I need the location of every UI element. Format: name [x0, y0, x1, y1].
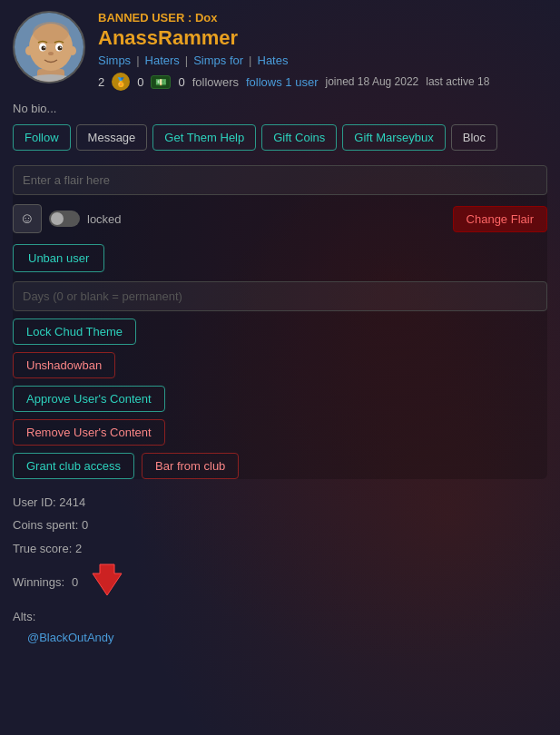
flair-controls: ☺ locked Change Flair [13, 204, 547, 233]
svg-point-8 [58, 46, 63, 51]
joined-info: joined 18 Aug 2022 [326, 75, 419, 88]
bar-club-button[interactable]: Bar from club [142, 453, 239, 479]
last-active-info: last active 18 [426, 75, 489, 88]
user-id-label: User ID: [13, 495, 56, 509]
coins-spent-value: 0 [82, 518, 88, 532]
svg-point-7 [42, 46, 46, 51]
alts-list: @BlackOutAndy [13, 627, 547, 648]
toggle-knob [51, 212, 64, 225]
profile-header: BANNED USER : Dox AnassRammer Simps | Ha… [13, 11, 547, 94]
user-id-value: 2414 [59, 495, 85, 509]
user-id-line: User ID: 2414 [13, 492, 547, 513]
stats-row: 2 🏅 0 💵 0 followers follows 1 user joine… [98, 73, 547, 91]
change-flair-button[interactable]: Change Flair [453, 206, 547, 232]
unshadowban-row: Unshadowban [13, 352, 547, 378]
get-them-help-button[interactable]: Get Them Help [152, 124, 256, 151]
gold-badge-icon: 🏅 [112, 73, 130, 91]
svg-point-13 [69, 46, 76, 55]
days-input-row [13, 281, 547, 318]
money-badge-icon: 💵 [151, 75, 171, 89]
gift-marseybux-button[interactable]: Gift Marseybux [342, 124, 445, 151]
simps-for-link[interactable]: Simps for [193, 54, 243, 67]
user-stats: User ID: 2414 Coins spent: 0 True score:… [13, 492, 547, 648]
message-button[interactable]: Message [76, 124, 148, 151]
coins-spent-label: Coins spent: [13, 518, 78, 532]
badge-count: 2 [98, 75, 104, 89]
svg-point-4 [33, 22, 69, 44]
nav-links: Simps | Haters | Simps for | Hates [98, 54, 547, 67]
arrow-down-icon [89, 561, 125, 603]
remove-content-button[interactable]: Remove User's Content [13, 419, 165, 446]
block-button[interactable]: Bloc [451, 124, 497, 151]
page-content: BANNED USER : Dox AnassRammer Simps | Ha… [0, 0, 560, 661]
profile-info: BANNED USER : Dox AnassRammer Simps | Ha… [98, 11, 547, 94]
username: AnassRammer [98, 26, 547, 50]
club-access-row: Grant club access Bar from club [13, 453, 547, 479]
winnings-value: 0 [72, 572, 78, 593]
action-buttons-row: Follow Message Get Them Help Gift Coins … [13, 124, 547, 151]
bio: No bio... [13, 102, 547, 115]
marseybux-count: 0 [137, 75, 143, 89]
followers-count: 0 [178, 75, 184, 89]
lock-chud-row: Lock Chud Theme [13, 318, 547, 345]
true-score-label: True score: [13, 542, 72, 555]
simps-link[interactable]: Simps [98, 54, 131, 67]
haters-link[interactable]: Haters [145, 54, 180, 67]
emoji-button[interactable]: ☺ [13, 204, 42, 233]
unban-button[interactable]: Unban user [13, 244, 104, 272]
locked-label: locked [87, 212, 122, 226]
true-score-value: 2 [75, 542, 82, 555]
gift-coins-button[interactable]: Gift Coins [261, 124, 337, 151]
svg-point-9 [44, 46, 45, 48]
true-score-line: True score: 2 [13, 538, 547, 559]
svg-point-10 [60, 46, 62, 48]
avatar [13, 11, 85, 83]
locked-toggle[interactable] [49, 211, 80, 227]
remove-content-row: Remove User's Content [13, 419, 547, 446]
svg-point-11 [48, 52, 54, 55]
flair-input-row [13, 165, 547, 195]
flair-input[interactable] [13, 165, 547, 195]
alts-line: Alts: @BlackOutAndy [13, 606, 547, 649]
alts-label: Alts: [13, 610, 35, 623]
svg-point-12 [25, 46, 33, 55]
grant-club-button[interactable]: Grant club access [13, 453, 134, 479]
admin-section: ☺ locked Change Flair Unban user Lock Ch… [13, 165, 547, 479]
followers-label: followers [192, 75, 239, 89]
coins-spent-line: Coins spent: 0 [13, 514, 547, 535]
winnings-label: Winnings: [13, 572, 64, 593]
approve-content-button[interactable]: Approve User's Content [13, 386, 165, 412]
content-actions-row: Approve User's Content [13, 386, 547, 412]
svg-marker-14 [93, 564, 122, 595]
days-input[interactable] [13, 281, 547, 311]
unban-row: Unban user [13, 244, 547, 281]
follows-count: follows 1 user [246, 75, 319, 89]
lock-chud-button[interactable]: Lock Chud Theme [13, 318, 136, 345]
unshadowban-button[interactable]: Unshadowban [13, 352, 115, 378]
alt-link-0[interactable]: @BlackOutAndy [27, 631, 114, 644]
winnings-line: Winnings: 0 [13, 561, 547, 603]
hates-link[interactable]: Hates [258, 54, 289, 67]
banned-label: BANNED USER : Dox [98, 11, 547, 24]
follow-button[interactable]: Follow [13, 124, 71, 151]
